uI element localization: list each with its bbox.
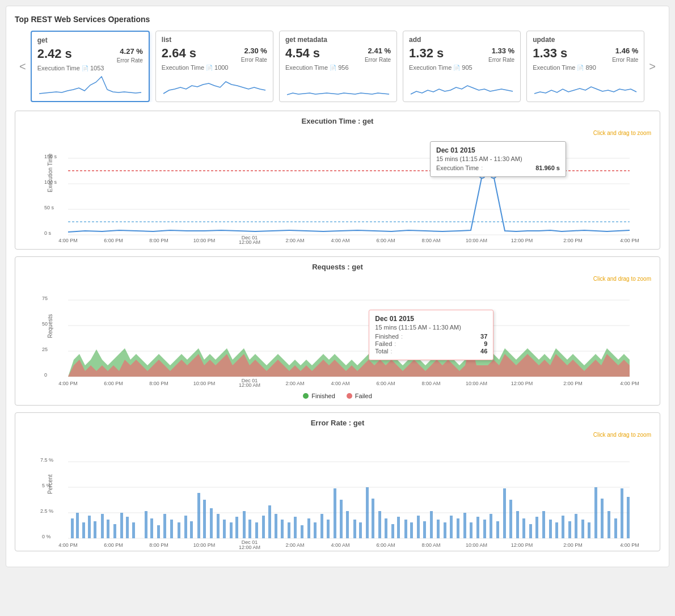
svg-text:10:00 PM: 10:00 PM: [193, 542, 216, 548]
requests-svg[interactable]: 0 25 50 75 Requests 4:00 PM 6:00 PM: [24, 276, 651, 383]
svg-rect-132: [542, 511, 545, 538]
next-arrow[interactable]: >: [644, 60, 660, 73]
card-add[interactable]: add 1.32 s 1.33 % Error Rate Execution T…: [403, 31, 521, 102]
card-list[interactable]: list 2.64 s 2.30 % Error Rate Execution …: [155, 31, 273, 102]
svg-rect-81: [210, 508, 213, 538]
card-add-exec-row: Execution Time 📄 905: [409, 64, 514, 71]
exec-time-svg[interactable]: 0 s 50 s 100 s 150 s Execution Time: [24, 130, 651, 243]
svg-rect-106: [372, 499, 374, 538]
svg-rect-68: [120, 513, 123, 538]
requests-zoom-hint: Click and drag to zoom: [593, 276, 651, 282]
svg-rect-131: [535, 517, 538, 538]
legend-failed-dot: [347, 393, 352, 399]
svg-rect-62: [82, 522, 85, 538]
card-add-error-label: Error Rate: [488, 56, 514, 64]
card-get-metadata-title: get metadata: [285, 36, 391, 44]
svg-point-11: [479, 172, 485, 178]
svg-rect-101: [340, 500, 343, 538]
card-get[interactable]: get 2.42 s 4.27 % Error Rate Execution T…: [31, 31, 150, 102]
svg-text:0 %: 0 %: [42, 534, 51, 539]
svg-rect-104: [359, 522, 362, 538]
legend-finished: Finished: [303, 393, 335, 399]
svg-rect-70: [132, 522, 135, 538]
svg-rect-82: [217, 514, 220, 538]
page-title: Top REST Web Services Operations: [15, 15, 660, 24]
svg-rect-93: [288, 522, 290, 538]
card-get-chart: [37, 74, 143, 96]
error-chart-wrapper[interactable]: Click and drag to zoom 0 % 2.5 % 5 % 7.5…: [24, 432, 651, 545]
card-get-title: get: [37, 36, 143, 44]
requests-chart-wrapper[interactable]: Click and drag to zoom 0 25 50 75 Reques…: [24, 276, 651, 389]
svg-rect-133: [549, 520, 552, 538]
exec-chart-wrapper[interactable]: Click and drag to zoom 0 s 50 s 100 s 15…: [24, 130, 651, 243]
svg-rect-63: [88, 516, 91, 538]
legend-finished-dot: [303, 393, 309, 399]
svg-text:6:00 AM: 6:00 AM: [376, 542, 395, 548]
svg-rect-92: [281, 520, 284, 538]
error-rate-svg[interactable]: 0 % 2.5 % 5 % 7.5 % Percent: [24, 432, 651, 551]
card-get-metadata-count: 956: [338, 64, 348, 71]
svg-rect-144: [621, 488, 623, 538]
svg-rect-143: [614, 518, 617, 538]
svg-rect-96: [307, 518, 310, 538]
svg-rect-65: [101, 514, 104, 538]
card-list-percent: 2.30 %: [241, 46, 267, 56]
svg-rect-73: [157, 525, 160, 538]
card-get-metadata-exec-label: Execution Time: [285, 64, 328, 71]
svg-text:0: 0: [44, 372, 47, 378]
svg-rect-99: [327, 520, 330, 538]
main-page: Top REST Web Services Operations < get 2…: [6, 6, 669, 567]
card-update-exec: 1.33 s: [533, 46, 567, 61]
svg-rect-105: [366, 487, 369, 538]
svg-text:6:00 PM: 6:00 PM: [104, 381, 123, 386]
svg-text:8:00 AM: 8:00 AM: [421, 542, 440, 548]
card-get-metadata-chart: [285, 73, 391, 96]
svg-text:6:00 AM: 6:00 AM: [376, 238, 395, 243]
svg-rect-76: [178, 522, 180, 538]
cards-row: get 2.42 s 4.27 % Error Rate Execution T…: [31, 31, 645, 102]
legend-failed: Failed: [347, 393, 372, 399]
svg-text:12:00 AM: 12:00 AM: [239, 545, 260, 550]
svg-text:12:00 AM: 12:00 AM: [239, 382, 260, 388]
svg-text:2:00 AM: 2:00 AM: [285, 542, 304, 548]
card-update-count: 890: [585, 64, 596, 71]
card-get-exec: 2.42 s: [37, 47, 72, 61]
svg-text:4:00 PM: 4:00 PM: [620, 238, 639, 243]
legend-failed-label: Failed: [355, 393, 372, 399]
svg-rect-83: [223, 520, 226, 538]
svg-rect-78: [190, 521, 193, 538]
card-update-exec-label: Execution Time: [533, 64, 575, 71]
card-update[interactable]: update 1.33 s 1.46 % Error Rate Executio…: [526, 31, 644, 102]
svg-rect-97: [314, 522, 317, 538]
card-add-percent: 1.33 %: [488, 46, 514, 56]
card-list-count: 1000: [214, 64, 228, 71]
card-add-metrics: 1.32 s 1.33 % Error Rate: [409, 46, 514, 64]
svg-text:2:00 PM: 2:00 PM: [563, 381, 583, 386]
card-get-metadata-metrics: 4.54 s 2.41 % Error Rate: [285, 46, 391, 64]
card-add-exec: 1.32 s: [409, 46, 444, 61]
svg-rect-122: [476, 517, 479, 538]
card-update-title: update: [533, 36, 638, 44]
card-list-title: list: [162, 36, 267, 44]
svg-text:0 s: 0 s: [44, 230, 52, 236]
svg-text:2:00 AM: 2:00 AM: [285, 238, 304, 243]
svg-rect-113: [417, 516, 420, 538]
svg-text:6:00 PM: 6:00 PM: [104, 542, 123, 548]
svg-rect-94: [294, 517, 297, 538]
svg-rect-124: [490, 514, 492, 538]
svg-text:4:00 PM: 4:00 PM: [620, 542, 639, 548]
card-get-metadata[interactable]: get metadata 4.54 s 2.41 % Error Rate Ex…: [279, 31, 397, 102]
error-zoom-hint: Click and drag to zoom: [593, 432, 651, 438]
svg-rect-138: [581, 520, 584, 538]
prev-arrow[interactable]: <: [15, 60, 31, 73]
card-list-chart: [162, 73, 267, 96]
svg-text:4:00 AM: 4:00 AM: [331, 381, 349, 386]
legend-finished-label: Finished: [311, 393, 335, 399]
requests-legend: Finished Failed: [24, 393, 651, 399]
exec-zoom-hint: Click and drag to zoom: [593, 130, 651, 136]
svg-rect-123: [483, 520, 486, 538]
svg-rect-127: [509, 500, 512, 538]
svg-rect-139: [588, 522, 590, 538]
svg-rect-95: [301, 525, 303, 538]
svg-text:7.5 %: 7.5 %: [40, 457, 53, 463]
